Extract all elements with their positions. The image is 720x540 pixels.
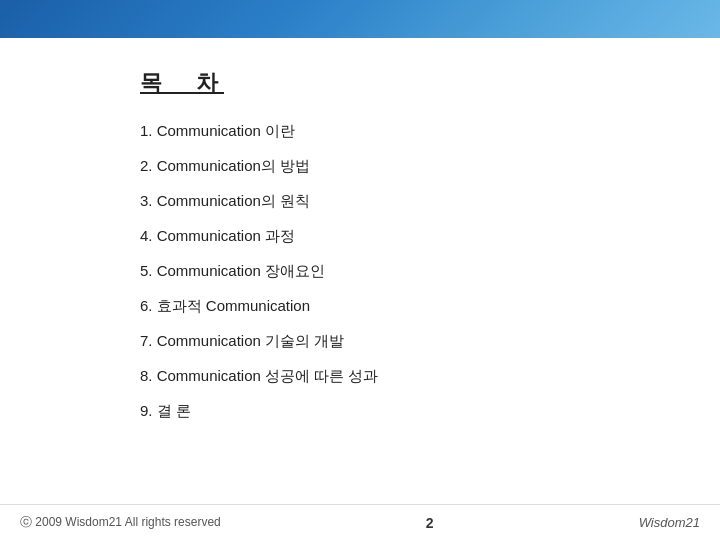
toc-item: 8. Communication 성공에 따른 성과 (140, 365, 620, 386)
toc-item: 6. 효과적 Communication (140, 295, 620, 316)
toc-item: 3. Communication의 원칙 (140, 190, 620, 211)
toc-item: 5. Communication 장애요인 (140, 260, 620, 281)
footer: ⓒ 2009 Wisdom21 All rights reserved 2 Wi… (0, 504, 720, 540)
toc-list: 1. Communication 이란2. Communication의 방법3… (140, 120, 620, 421)
section-title: 목 차 (140, 68, 620, 98)
footer-page-number: 2 (426, 515, 434, 531)
toc-item: 1. Communication 이란 (140, 120, 620, 141)
top-bar (0, 0, 720, 38)
toc-item: 9. 결 론 (140, 400, 620, 421)
footer-brand: Wisdom21 (639, 515, 700, 530)
content-area: 목 차 1. Communication 이란2. Communication의… (0, 38, 720, 455)
toc-item: 4. Communication 과정 (140, 225, 620, 246)
toc-item: 7. Communication 기술의 개발 (140, 330, 620, 351)
toc-item: 2. Communication의 방법 (140, 155, 620, 176)
footer-copyright: ⓒ 2009 Wisdom21 All rights reserved (20, 514, 221, 531)
